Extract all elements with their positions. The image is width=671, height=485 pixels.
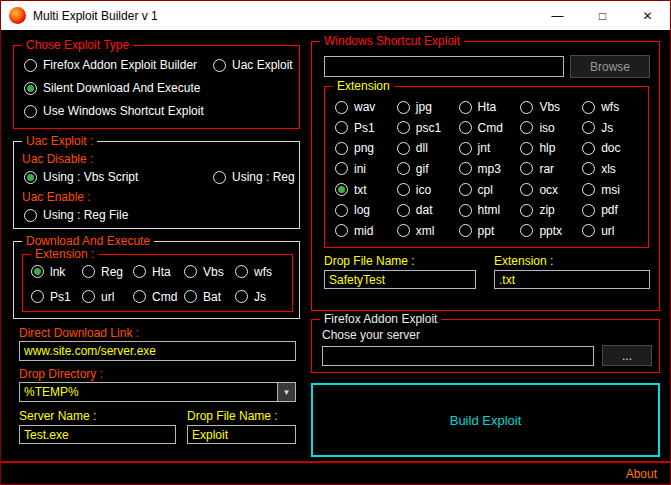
radio-icon [520,142,533,155]
extension-radio[interactable]: ocx [520,183,582,197]
app-window: Multi Exploit Builder v 1 — □ ✕ Chose Ex… [0,0,671,485]
server-name-input[interactable] [19,425,176,444]
build-exploit-button[interactable]: Build Exploit [311,383,660,457]
drop-file-name-input[interactable] [187,425,296,444]
radio-uac-enable-reg-file[interactable]: Using : Reg File [24,208,128,222]
extension-radio[interactable]: xml [397,224,459,238]
radio-icon [582,142,595,155]
extension-radio[interactable]: wav [335,100,397,114]
extension-radio[interactable]: Hta [459,100,521,114]
extension-radio[interactable]: jnt [459,141,521,155]
radio-icon [459,224,472,237]
shortcut-drop-file-name-input[interactable] [324,270,476,289]
extension-radio[interactable]: pptx [520,224,582,238]
extension-radio[interactable]: Vbs [184,265,235,279]
ellipsis-browse-button[interactable]: ... [602,345,652,366]
extension-radio[interactable]: zip [520,203,582,217]
extension-radio[interactable]: Vbs [520,100,582,114]
radio-icon [335,142,348,155]
minimize-icon[interactable]: — [535,1,580,30]
extension-radio[interactable]: doc [582,141,644,155]
radio-label: Ps1 [50,290,71,304]
extension-radio[interactable]: html [459,203,521,217]
maximize-icon[interactable]: □ [580,1,625,30]
close-icon[interactable]: ✕ [625,1,670,30]
extension-radio[interactable]: txt [335,183,397,197]
radio-label: Ps1 [354,121,375,135]
extension-radio[interactable]: url [82,290,133,304]
extension-radio[interactable]: Cmd [459,121,521,135]
server-name-label: Server Name : [19,409,96,423]
extension-radio[interactable]: png [335,141,397,155]
extension-radio[interactable]: msi [582,183,644,197]
radio-label: Vbs [539,100,560,114]
extension-radio[interactable]: rar [520,162,582,176]
extension-radio[interactable]: lnk [31,265,82,279]
extension-radio[interactable]: pdf [582,203,644,217]
extension-radio[interactable]: iso [520,121,582,135]
radio-label: Firefox Addon Exploit Builder [43,58,197,72]
extension-radio[interactable]: log [335,203,397,217]
direct-download-link-input[interactable] [19,341,296,361]
radio-label: Reg [101,265,123,279]
direct-download-link-label: Direct Download Link : [19,326,139,340]
extension-radio[interactable]: jpg [397,100,459,114]
extension-radio[interactable]: mid [335,224,397,238]
radio-silent-download-and-execute[interactable]: Silent Download And Execute [24,81,200,95]
shortcut-file-path-input[interactable] [324,56,564,77]
firefox-server-input[interactable] [322,346,594,366]
group-firefox-addon-exploit: Firefox Addon Exploit Chose your server … [311,319,660,373]
group-download-extension: Extension : lnk Reg Hta Vbs wfs [22,254,293,312]
radio-label: jpg [416,100,432,114]
extension-radio[interactable]: Hta [133,265,184,279]
extension-radio[interactable]: ppt [459,224,521,238]
radio-label: doc [601,141,620,155]
radio-icon [397,101,410,114]
extension-radio[interactable]: Js [235,290,286,304]
extension-radio[interactable]: Js [582,121,644,135]
extension-radio[interactable]: psc1 [397,121,459,135]
extension-radio[interactable]: Bat [184,290,235,304]
browse-button[interactable]: Browse [570,55,650,78]
extension-radio[interactable]: hlp [520,141,582,155]
extension-radio[interactable]: Ps1 [31,290,82,304]
radio-use-windows-shortcut-exploit[interactable]: Use Windows Shortcut Exploit [24,104,204,118]
extension-radio[interactable]: dll [397,141,459,155]
radio-label: wfs [601,100,619,114]
group-title-uac-exploit: Uac Exploit : [22,134,97,148]
extension-radio[interactable]: mp3 [459,162,521,176]
radio-label: Hta [478,100,497,114]
app-icon [9,7,26,24]
radio-icon [397,121,410,134]
radio-icon [520,183,533,196]
extension-radio[interactable]: xls [582,162,644,176]
radio-uac-disable-vbs-script[interactable]: Using : Vbs Script [24,170,138,184]
radio-icon [335,224,348,237]
extension-radio[interactable]: cpl [459,183,521,197]
extension-radio[interactable]: gif [397,162,459,176]
radio-label: log [354,203,370,217]
shortcut-extension-input[interactable] [494,270,650,289]
radio-label: png [354,141,374,155]
group-chose-exploit-type: Chose Exploit Type Firefox Addon Exploit… [13,45,300,129]
group-windows-shortcut-exploit: Windows Shortcut Exploit Browse Extensio… [311,41,660,311]
extension-radio[interactable]: dat [397,203,459,217]
extension-radio[interactable]: wfs [235,265,286,279]
radio-uac-exploit[interactable]: Uac Exploit [213,58,293,72]
extension-radio[interactable]: url [582,224,644,238]
radio-uac-disable-reg[interactable]: Using : Reg [213,170,295,184]
extension-radio[interactable]: ico [397,183,459,197]
radio-firefox-addon-exploit-builder[interactable]: Firefox Addon Exploit Builder [24,58,197,72]
radio-icon [335,183,348,196]
extension-radio[interactable]: Reg [82,265,133,279]
drop-directory-select[interactable]: %TEMP% ▼ [19,382,296,402]
radio-label: Hta [152,265,171,279]
extension-radio[interactable]: Ps1 [335,121,397,135]
extension-radio[interactable]: ini [335,162,397,176]
group-uac-exploit: Uac Exploit : Uac Disable : Using : Vbs … [13,141,300,229]
about-link[interactable]: About [626,467,657,481]
shortcut-extension-options: wav jpg Hta Vbs wfs Ps1 [335,97,644,241]
extension-radio[interactable]: wfs [582,100,644,114]
extension-radio[interactable]: Cmd [133,290,184,304]
radio-icon [520,224,533,237]
